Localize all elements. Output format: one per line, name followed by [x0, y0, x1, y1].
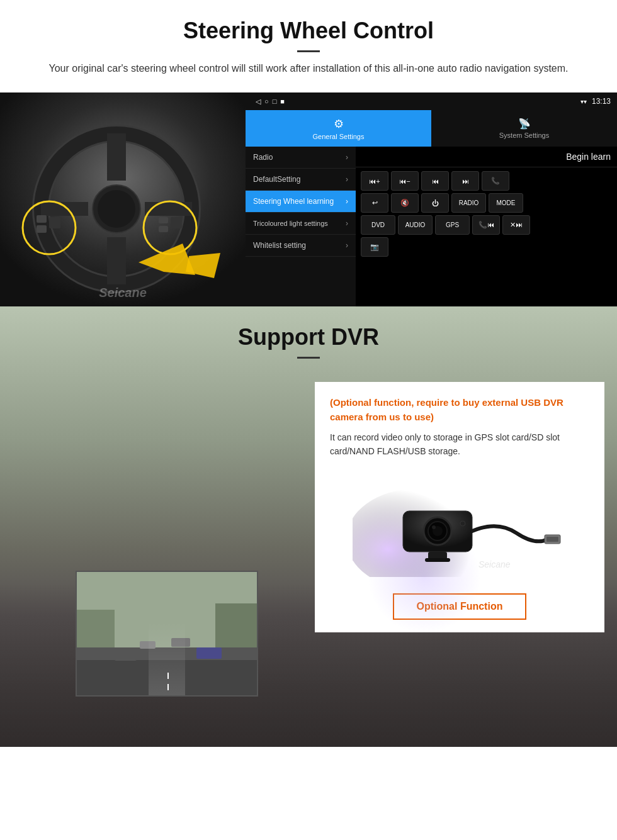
btn-phone-prev[interactable]: 📞⏮ [472, 215, 500, 235]
dvr-description: It can record video only to storage in G… [330, 430, 589, 459]
section2-divider [297, 357, 320, 359]
tab-system[interactable]: 📡 System Settings [431, 110, 617, 147]
menu-label-tricolour: Tricoloured light settings [253, 220, 328, 227]
svg-rect-15 [159, 226, 168, 232]
menu-item-radio[interactable]: Radio › [246, 147, 356, 169]
svg-rect-24 [215, 603, 258, 647]
menu-item-tricolour[interactable]: Tricoloured light settings › [246, 213, 356, 235]
back-icon: ◁ [256, 98, 261, 106]
menu-item-whitelist[interactable]: Whitelist setting › [246, 235, 356, 257]
svg-rect-27 [115, 651, 137, 661]
chevron-icon: › [346, 153, 348, 162]
btn-phone[interactable]: 📞 [482, 171, 509, 191]
svg-rect-25 [140, 641, 156, 649]
btn-vol-down[interactable]: ⏮− [391, 171, 419, 191]
svg-point-39 [460, 521, 465, 526]
section2-header: Support DVR [0, 306, 617, 359]
dvr-camera-image: Seicane [330, 470, 589, 583]
svg-text:Seicane: Seicane [478, 559, 511, 569]
menu-item-steering[interactable]: Steering Wheel learning › [246, 191, 356, 213]
control-buttons-grid: ⏮+ ⏮− ⏮ ⏭ 📞 ↩ 🔇 ⏻ RADIO MODE [356, 167, 617, 260]
recents-icon: □ [273, 98, 277, 106]
chevron-icon-5: › [346, 241, 348, 250]
menu-label-steering: Steering Wheel learning [253, 197, 334, 206]
section1-header: Steering Wheel Control Your original car… [0, 0, 617, 81]
svg-rect-11 [37, 215, 47, 223]
btn-row-2: ↩ 🔇 ⏻ RADIO MODE [361, 193, 612, 213]
svg-rect-14 [159, 217, 168, 223]
svg-point-8 [98, 190, 135, 228]
section2: Support DVR [0, 306, 617, 747]
svg-rect-38 [546, 537, 558, 542]
dvr-bg: Support DVR [0, 306, 617, 747]
svg-rect-13 [49, 217, 60, 228]
btn-dvd[interactable]: DVD [361, 215, 395, 235]
begin-learn-button[interactable]: Begin learn [566, 152, 611, 162]
menu-icon: ■ [280, 98, 285, 106]
svg-rect-28 [196, 647, 222, 659]
dvr-optional-text: (Optional function, require to buy exter… [330, 396, 589, 424]
status-time: 13:13 [592, 97, 611, 106]
btn-row-4: 📷 [361, 237, 612, 257]
btn-back[interactable]: ↩ [361, 193, 388, 213]
gear-icon: ⚙ [334, 117, 344, 131]
btn-row-3: DVD AUDIO GPS 📞⏮ ✕⏭ [361, 215, 612, 235]
section1-description: Your original car's steering wheel contr… [38, 61, 579, 76]
page-title: Steering Wheel Control [25, 18, 592, 44]
svg-rect-21 [77, 660, 258, 697]
btn-prev[interactable]: ⏮ [421, 171, 449, 191]
begin-learn-row: Begin learn [356, 147, 617, 167]
menu-label-radio: Radio [253, 153, 273, 162]
svg-rect-23 [77, 610, 115, 647]
svg-point-34 [432, 525, 436, 529]
tab-system-label: System Settings [499, 132, 549, 139]
steering-photo: Seicane [0, 92, 246, 306]
btn-camera[interactable]: 📷 [361, 237, 388, 257]
chevron-icon-4: › [346, 219, 348, 228]
menu-label-whitelist: Whitelist setting [253, 241, 306, 250]
chevron-icon-3: › [346, 197, 348, 206]
tab-general-label: General Settings [313, 133, 365, 140]
svg-rect-16 [171, 217, 182, 228]
btn-radio[interactable]: RADIO [451, 193, 486, 213]
system-icon: 📡 [518, 118, 531, 130]
menu-item-default[interactable]: DefaultSetting › [246, 169, 356, 191]
svg-rect-12 [37, 225, 47, 233]
dvr-infobox: (Optional function, require to buy exter… [315, 382, 604, 632]
svg-rect-26 [171, 638, 190, 647]
dvr-screen-inset [76, 571, 258, 697]
android-status-bar: ◁ ○ □ ■ ▾▾ 13:13 [246, 92, 617, 110]
android-panel: ◁ ○ □ ■ ▾▾ 13:13 ⚙ General Settings 📡 Sy… [246, 92, 617, 306]
btn-vol-up[interactable]: ⏮+ [361, 171, 388, 191]
chevron-icon-2: › [346, 175, 348, 184]
btn-row-1: ⏮+ ⏮− ⏮ ⏭ 📞 [361, 171, 612, 191]
svg-rect-36 [425, 558, 450, 562]
btn-mute[interactable]: 🔇 [391, 193, 419, 213]
btn-audio[interactable]: AUDIO [398, 215, 433, 235]
btn-gps[interactable]: GPS [435, 215, 470, 235]
watermark: Seicane [99, 286, 147, 300]
controls-area: Begin learn ⏮+ ⏮− ⏮ ⏭ 📞 ↩ 🔇 [356, 147, 617, 306]
menu-list: Radio › DefaultSetting › Steering Wheel … [246, 147, 356, 306]
signal-icon: ▾▾ [580, 98, 587, 105]
steering-ui-container: Seicane ◁ ○ □ ■ ▾▾ 13:13 ⚙ General Setti… [0, 92, 617, 306]
title-divider [297, 50, 320, 52]
tab-general[interactable]: ⚙ General Settings [246, 110, 431, 147]
section2-title: Support DVR [0, 324, 617, 350]
btn-next[interactable]: ⏭ [451, 171, 479, 191]
android-content: Radio › DefaultSetting › Steering Wheel … [246, 147, 617, 306]
btn-power[interactable]: ⏻ [421, 193, 449, 213]
home-icon: ○ [264, 98, 269, 106]
btn-x-next[interactable]: ✕⏭ [502, 215, 530, 235]
menu-label-default: DefaultSetting [253, 175, 300, 184]
btn-mode[interactable]: MODE [489, 193, 523, 213]
android-tabs: ⚙ General Settings 📡 System Settings [246, 110, 617, 147]
